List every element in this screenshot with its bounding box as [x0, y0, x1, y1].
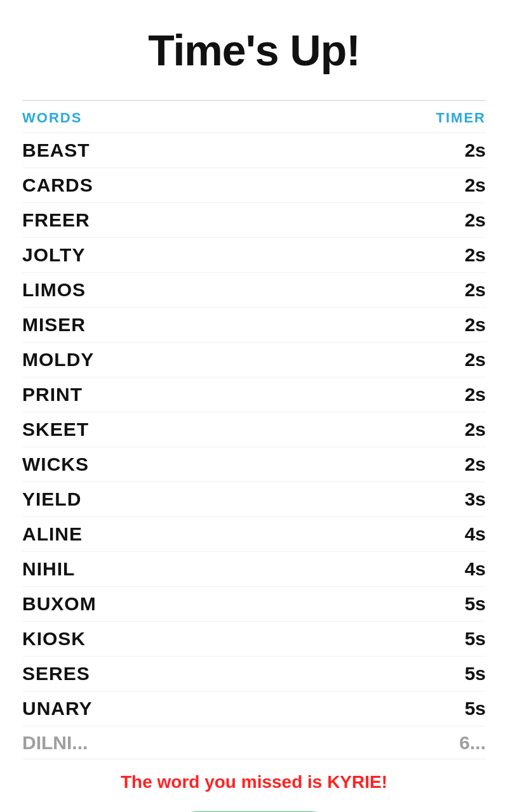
timer-cell: 2s — [465, 384, 486, 405]
column-header-timer: TIMER — [436, 110, 486, 126]
missed-word-notice: The word you missed is KYRIE! — [108, 772, 400, 792]
timer-cell: 4s — [465, 523, 486, 545]
partial-table-row: DILNI... 6... — [22, 726, 486, 759]
timer-cell: 2s — [465, 209, 486, 231]
timer-cell: 5s — [465, 628, 486, 650]
table-row: FREER2s — [22, 203, 486, 238]
timer-cell: 5s — [465, 698, 486, 719]
column-header-words: WORDS — [22, 110, 82, 126]
words-table: WORDS TIMER BEAST2sCARDS2sFREER2sJOLTY2s… — [22, 101, 486, 759]
table-row: PRINT2s — [22, 377, 486, 412]
timer-cell: 2s — [465, 174, 486, 196]
table-row: ALINE4s — [22, 517, 486, 552]
word-cell: LIMOS — [22, 279, 86, 301]
word-cell: UNARY — [22, 698, 93, 719]
timer-cell: 2s — [465, 349, 486, 370]
bottom-section: The word you missed is KYRIE! Next — [0, 759, 508, 812]
table-row: SERES5s — [22, 657, 486, 691]
table-row: JOLTY2s — [22, 238, 486, 273]
word-cell: MOLDY — [22, 349, 94, 370]
timer-cell: 5s — [465, 593, 486, 615]
word-cell: WICKS — [22, 454, 89, 475]
table-row: LIMOS2s — [22, 273, 486, 308]
table-rows: BEAST2sCARDS2sFREER2sJOLTY2sLIMOS2sMISER… — [22, 133, 486, 726]
partial-timer-cell: 6... — [459, 732, 486, 754]
timer-cell: 2s — [465, 419, 486, 440]
word-cell: SERES — [22, 663, 90, 684]
word-cell: SKEET — [22, 419, 89, 440]
table-row: CARDS2s — [22, 168, 486, 203]
table-row: BEAST2s — [22, 133, 486, 168]
word-cell: MISER — [22, 314, 86, 336]
table-row: NIHIL4s — [22, 552, 486, 587]
table-row: WICKS2s — [22, 447, 486, 482]
word-cell: CARDS — [22, 174, 93, 196]
word-cell: KIOSK — [22, 628, 86, 650]
word-cell: YIELD — [22, 488, 81, 510]
page-title: Time's Up! — [148, 25, 360, 75]
table-row: YIELD3s — [22, 482, 486, 517]
timer-cell: 2s — [465, 314, 486, 336]
timer-cell: 2s — [465, 140, 486, 161]
word-cell: NIHIL — [22, 558, 75, 580]
word-cell: ALINE — [22, 523, 83, 545]
timer-cell: 3s — [465, 488, 486, 510]
table-row: BUXOM5s — [22, 587, 486, 622]
timer-cell: 2s — [465, 244, 486, 266]
table-header: WORDS TIMER — [22, 101, 486, 133]
timer-cell: 2s — [465, 454, 486, 475]
table-row: UNARY5s — [22, 691, 486, 726]
word-cell: FREER — [22, 209, 90, 231]
word-cell: BUXOM — [22, 593, 97, 615]
table-row: MISER2s — [22, 308, 486, 343]
timer-cell: 5s — [465, 663, 486, 684]
timer-cell: 2s — [465, 279, 486, 301]
word-cell: PRINT — [22, 384, 83, 405]
table-row: SKEET2s — [22, 412, 486, 447]
word-cell: JOLTY — [22, 244, 85, 266]
timer-cell: 4s — [465, 558, 486, 580]
word-cell: BEAST — [22, 140, 90, 161]
partial-word-cell: DILNI... — [22, 732, 88, 754]
table-row: KIOSK5s — [22, 622, 486, 657]
table-row: MOLDY2s — [22, 343, 486, 377]
